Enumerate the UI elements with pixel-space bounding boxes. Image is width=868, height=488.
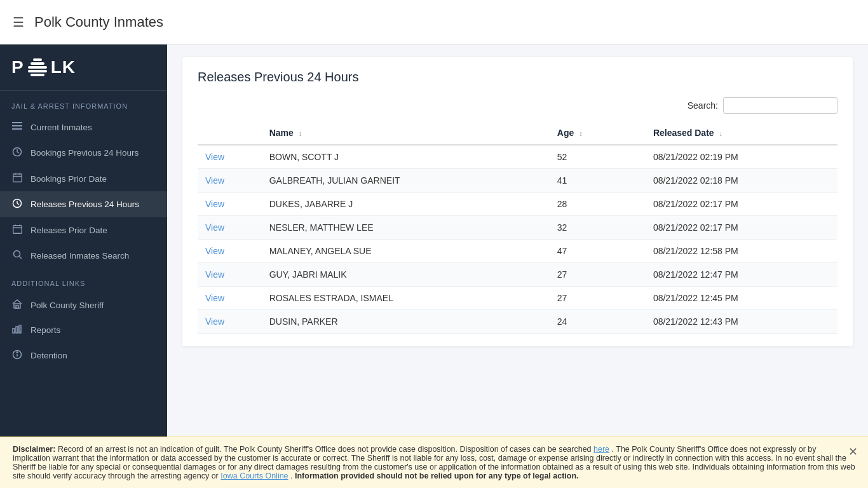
main-card: Releases Previous 24 Hours Search: Name …: [182, 57, 853, 346]
sidebar-logo: P LK: [0, 44, 167, 91]
svg-rect-7: [12, 128, 22, 130]
view-link[interactable]: View: [205, 199, 224, 209]
table-cell-name: GUY, JABRI MALIK: [262, 263, 550, 287]
table-row: ViewNESLER, MATTHEW LEE3208/21/2022 02:1…: [198, 216, 837, 240]
table-cell-age: 47: [550, 240, 646, 263]
table-cell-released-date: 08/21/2022 12:45 PM: [646, 287, 837, 310]
clock-icon-2: [11, 198, 23, 210]
table-header-row: Name ↕ Age ↕ Released Date ↓: [198, 121, 837, 145]
list-icon: [11, 122, 23, 133]
table-cell-name: MALANEY, ANGELA SUE: [262, 240, 550, 263]
svg-rect-1: [31, 62, 44, 65]
svg-rect-11: [13, 174, 22, 182]
content-area: Releases Previous 24 Hours Search: Name …: [167, 44, 868, 437]
svg-line-10: [17, 152, 19, 153]
page-title: Polk County Inmates: [34, 14, 163, 30]
calendar-icon-1: [11, 173, 23, 184]
table-cell-age: 27: [550, 287, 646, 310]
table-cell-action: View: [198, 193, 262, 216]
table-row: ViewGUY, JABRI MALIK2708/21/2022 12:47 P…: [198, 263, 837, 287]
sidebar-section-1-label: Jail & Arrest Information: [0, 91, 167, 115]
table-cell-action: View: [198, 240, 262, 263]
th-action: [198, 121, 262, 145]
table-cell-action: View: [198, 263, 262, 287]
view-link[interactable]: View: [205, 293, 224, 303]
clock-icon-1: [11, 147, 23, 159]
svg-rect-6: [12, 125, 22, 126]
sidebar-item-bookings-24[interactable]: Bookings Previous 24 Hours: [0, 140, 167, 166]
sidebar-item-reports[interactable]: Reports: [0, 318, 167, 342]
svg-rect-2: [33, 58, 42, 61]
view-link[interactable]: View: [205, 246, 224, 256]
logo: P LK: [11, 57, 76, 78]
sidebar-item-released-search[interactable]: Released Inmates Search: [0, 243, 167, 268]
view-link[interactable]: View: [205, 269, 224, 280]
view-link[interactable]: View: [205, 316, 224, 327]
table-cell-action: View: [198, 145, 262, 169]
calendar-icon-2: [11, 224, 23, 236]
disclaimer-text-3: .: [290, 471, 295, 480]
svg-rect-26: [13, 329, 15, 333]
svg-line-17: [17, 203, 19, 205]
info-icon: [11, 349, 23, 362]
sidebar-item-releases-24[interactable]: Releases Previous 24 Hours: [0, 191, 167, 217]
search-icon-1: [11, 250, 23, 261]
sort-released-icon[interactable]: ↓: [719, 130, 722, 137]
view-link[interactable]: View: [205, 152, 224, 162]
svg-rect-27: [16, 327, 18, 333]
table-cell-age: 52: [550, 145, 646, 169]
svg-rect-3: [28, 70, 47, 72]
sidebar-item-bookings-prior[interactable]: Bookings Prior Date: [0, 166, 167, 191]
disclaimer-bold-prefix: Disclaimer:: [13, 445, 55, 454]
sort-age-icon[interactable]: ↕: [579, 130, 583, 137]
table-cell-age: 24: [550, 310, 646, 334]
th-name: Name ↕: [262, 121, 550, 145]
svg-rect-4: [31, 74, 44, 76]
table-cell-age: 27: [550, 263, 646, 287]
table-cell-name: DUKES, JABARRE J: [262, 193, 550, 216]
table-row: ViewMALANEY, ANGELA SUE4708/21/2022 12:5…: [198, 240, 837, 263]
table-cell-age: 32: [550, 216, 646, 240]
table-cell-action: View: [198, 169, 262, 193]
sidebar: P LK Jail & Arrest Information: [0, 44, 167, 437]
svg-rect-25: [16, 306, 18, 308]
table-cell-action: View: [198, 310, 262, 334]
disclaimer-link-2[interactable]: Iowa Courts Online: [220, 471, 288, 480]
table-row: ViewDUKES, JABARRE J2808/21/2022 02:17 P…: [198, 193, 837, 216]
table-body: ViewBOWN, SCOTT J5208/21/2022 02:19 PMVi…: [198, 145, 837, 334]
table-cell-age: 28: [550, 193, 646, 216]
sidebar-item-current-inmates[interactable]: Current Inmates: [0, 115, 167, 140]
sidebar-item-polk-sheriff[interactable]: Polk County Sheriff: [0, 292, 167, 318]
table-row: ViewDUSIN, PARKER2408/21/2022 12:43 PM: [198, 310, 837, 334]
th-released-date: Released Date ↓: [646, 121, 837, 145]
table-cell-name: DUSIN, PARKER: [262, 310, 550, 334]
table-row: ViewROSALES ESTRADA, ISMAEL2708/21/2022 …: [198, 287, 837, 310]
sort-name-icon[interactable]: ↕: [299, 130, 302, 137]
table-cell-released-date: 08/21/2022 02:17 PM: [646, 193, 837, 216]
disclaimer-text-1: Record of an arrest is not an indication…: [58, 445, 593, 454]
table-cell-age: 41: [550, 169, 646, 193]
search-input[interactable]: [723, 97, 837, 114]
svg-rect-5: [12, 122, 22, 123]
sidebar-item-detention[interactable]: Detention: [0, 342, 167, 369]
view-link[interactable]: View: [205, 222, 224, 233]
table-cell-released-date: 08/21/2022 12:43 PM: [646, 310, 837, 334]
search-label: Search:: [688, 100, 718, 111]
table-cell-released-date: 08/21/2022 12:47 PM: [646, 263, 837, 287]
top-bar: ☰ Polk County Inmates: [0, 0, 868, 44]
table-cell-name: ROSALES ESTRADA, ISMAEL: [262, 287, 550, 310]
table-row: ViewGALBREATH, JULIAN GARNEIT4108/21/202…: [198, 169, 837, 193]
hamburger-icon[interactable]: ☰: [13, 15, 24, 30]
sidebar-item-releases-prior[interactable]: Releases Prior Date: [0, 217, 167, 243]
svg-rect-28: [19, 325, 21, 333]
table-cell-released-date: 08/21/2022 02:18 PM: [646, 169, 837, 193]
svg-rect-18: [13, 226, 22, 234]
disclaimer-close-button[interactable]: ✕: [848, 445, 858, 459]
svg-line-23: [19, 257, 22, 259]
view-link[interactable]: View: [205, 175, 224, 186]
home-icon: [11, 299, 23, 311]
table-cell-action: View: [198, 287, 262, 310]
disclaimer-link-1[interactable]: here: [593, 445, 609, 454]
disclaimer-bar: ✕ Disclaimer: Record of an arrest is not…: [0, 437, 868, 488]
sidebar-section-2-label: Additional Links: [0, 268, 167, 292]
